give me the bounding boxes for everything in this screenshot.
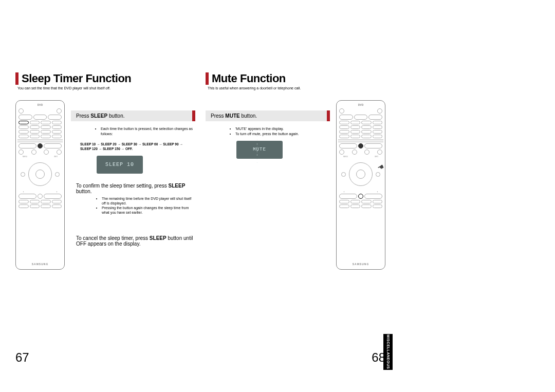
display-screen: SLEEP 10 — [97, 156, 143, 174]
red-edge — [192, 110, 195, 121]
remote-column: DVD MENUINFO — [336, 100, 385, 270]
page-number-left: 67 — [15, 350, 29, 365]
remote-strip — [338, 139, 383, 142]
title-row: Sleep Timer Function — [15, 72, 195, 85]
remote-brand: SAMSUNG — [17, 263, 63, 268]
page-right: Mute Function This is useful when answer… — [206, 72, 385, 329]
cancel-text: To cancel the sleep timer, press SLEEP b… — [71, 235, 195, 247]
bullet-item: Each time the button is pressed, the sel… — [101, 126, 195, 137]
bullet-item: 'MUTE' appears in the display. — [235, 126, 330, 132]
page-title: Mute Function — [212, 72, 286, 85]
instruction-suffix: button. — [240, 113, 257, 119]
instruction-prefix: Press — [211, 113, 225, 119]
display-text: · · · · · · MUTE · · · · · · — [253, 147, 266, 152]
instruction-box: Press SLEEP button. — [71, 110, 195, 121]
text-column: Press SLEEP button. Each time the button… — [71, 100, 195, 270]
remote-logo: DVD — [17, 102, 63, 107]
remote-column: DVD MENUINFO — [15, 100, 65, 270]
text-column: Press MUTE button. 'MUTE' appears in the… — [206, 100, 330, 270]
title-accent-bar — [206, 72, 209, 85]
red-edge — [327, 110, 330, 121]
remote-logo: DVD — [338, 102, 383, 107]
bullet-list: 'MUTE' appears in the display. To turn o… — [215, 126, 330, 137]
sequence-line-1: SLEEP 10 → SLEEP 20 → SLEEP 30 → SLEEP 6… — [80, 142, 195, 147]
instruction-bold: MUTE — [225, 113, 239, 119]
bullet-list: Each time the button is pressed, the sel… — [80, 126, 195, 137]
display-screen: · · · · · · MUTE · · · · · · — [236, 141, 283, 159]
sleep-button-highlight — [18, 121, 29, 124]
page-title: Sleep Timer Function — [22, 72, 131, 85]
instruction-prefix: Press — [76, 113, 90, 119]
instruction-box: Press MUTE button. — [206, 110, 330, 121]
page-left: Sleep Timer Function You can set the tim… — [15, 72, 195, 329]
title-accent-bar — [15, 72, 18, 85]
confirm-sub-1: The remaining time before the DVD player… — [102, 196, 195, 206]
remote-brand: SAMSUNG — [338, 263, 383, 268]
page-subtitle: This is useful when answering a doorbell… — [208, 86, 385, 90]
confirm-sub-bullets: The remaining time before the DVD player… — [81, 196, 195, 215]
section-tab: MISCELLANEOUS — [383, 334, 393, 370]
page-subtitle: You can set the time that the DVD player… — [17, 86, 195, 90]
confirm-sub-2: Pressing the button again changes the sl… — [102, 206, 195, 215]
bullet-item: To turn off mute, press the button again… — [235, 132, 330, 137]
confirm-text: To confirm the sleep timer setting, pres… — [71, 183, 195, 194]
pointer-icon: ☚ — [376, 162, 386, 172]
display-text: SLEEP 10 — [105, 162, 134, 167]
remote-strip — [17, 139, 63, 142]
remote-control-diagram: DVD MENUINFO — [15, 100, 65, 270]
instruction-suffix: button. — [107, 113, 124, 119]
remote-control-diagram: DVD MENUINFO — [336, 100, 385, 270]
title-row: Mute Function — [206, 72, 385, 85]
content-area: DVD MENUINFO — [15, 100, 195, 270]
content-area: Press MUTE button. 'MUTE' appears in the… — [206, 100, 385, 270]
mute-button-highlight — [358, 194, 363, 199]
sequence-line-2: SLEEP 120 → SLEEP 150 → OFF. — [80, 146, 195, 152]
instruction-bold: SLEEP — [90, 113, 107, 119]
